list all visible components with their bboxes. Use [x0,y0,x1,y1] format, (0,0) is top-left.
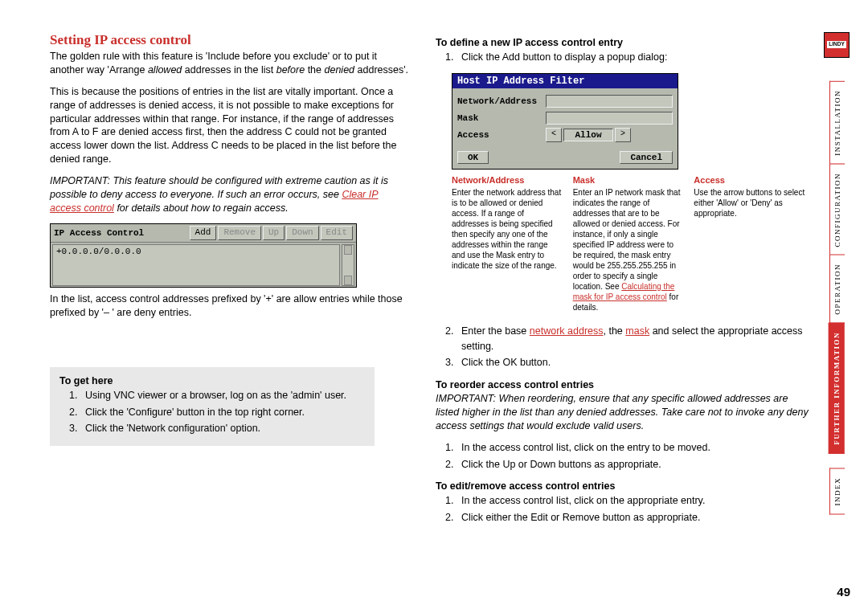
brand-logo: LINDY [824,32,850,58]
step-item: Click either the Edit or Remove button a… [457,510,813,525]
desc-text: Use the arrow buttons to select either '… [694,187,805,219]
brand-text: LINDY [827,41,846,48]
ip-access-control-panel: IP Access Control Add Remove Up Down Edi… [50,223,357,288]
define-entry-heading: To define a new IP access control entry [436,37,813,48]
mask-label: Mask [457,113,546,123]
dialog-title: Host IP Address Filter [452,74,678,88]
get-here-box: To get here Using VNC viewer or a browse… [50,367,375,445]
nav-configuration[interactable]: CONFIGURATION [829,164,845,256]
reorder-steps: In the access control list, click on the… [436,440,813,472]
desc-text: Enter the network address that is to be … [452,187,563,271]
nav-rail: LINDY INSTALLATION CONFIGURATION OPERATI… [826,32,847,514]
step-item: Using VNC viewer or a browser, log on as… [80,388,365,403]
network-address-label: Network/Address [457,96,546,106]
add-button[interactable]: Add [190,226,217,240]
nav-index[interactable]: INDEX [829,468,845,515]
nav-operation[interactable]: OPERATION [829,255,845,324]
step-item: In the access control list, click on the… [457,493,813,509]
intro-paragraph: The golden rule with this feature is 'In… [50,50,411,77]
step-item: Click the Up or Down buttons as appropri… [457,457,813,472]
explanation-paragraph: This is because the positions of entries… [50,85,411,166]
desc-title: Network/Address [452,174,563,186]
text: for details about how to regain access. [114,202,289,214]
remove-button[interactable]: Remove [218,226,261,240]
access-desc: Access Use the arrow buttons to select e… [694,174,805,312]
text: addresses'. [354,64,408,76]
text: Enter an IP network mask that indicates … [573,188,681,291]
desc-title: Access [694,174,805,186]
network-address-desc: Network/Address Enter the network addres… [452,174,563,312]
nav-installation[interactable]: INSTALLATION [829,81,845,165]
page-number: 49 [837,585,850,599]
step-item: Enter the base network address, the mask… [457,324,813,355]
step-item: Click the OK button. [457,355,813,370]
text: , the [604,325,626,337]
listbox-title: IP Access Control [54,228,188,238]
section-title: Setting IP access control [50,32,411,48]
step-item: Click the 'Configure' button in the top … [80,405,365,420]
field-descriptions: Network/Address Enter the network addres… [452,174,805,312]
text-italic: before [276,64,305,76]
text-italic: denied [325,64,355,76]
network-address-input[interactable] [546,95,673,108]
text: IMPORTANT: This feature should be config… [50,175,388,200]
mask-desc: Mask Enter an IP network mask that indic… [573,174,685,312]
step-item: Click the 'Network configuration' option… [80,421,365,436]
right-column: To define a new IP access control entry … [428,32,813,533]
text: the [305,64,324,76]
ok-button[interactable]: OK [457,151,489,164]
text: addresses in the list [182,64,276,76]
desc-title: Mask [573,174,685,186]
up-button[interactable]: Up [263,226,285,240]
get-here-steps: Using VNC viewer or a browser, log on as… [59,388,365,436]
mask-input[interactable] [546,112,673,125]
edit-button[interactable]: Edit [321,226,353,240]
mask-link[interactable]: mask [625,325,649,337]
step-item: Click the Add button to display a popup … [457,50,813,65]
access-value: Allow [563,129,613,141]
text-italic: allowed [148,64,182,76]
down-button[interactable]: Down [286,226,318,240]
reorder-heading: To reorder access control entries [436,379,813,390]
listbox-header: IP Access Control Add Remove Up Down Edi… [51,224,356,243]
cancel-button[interactable]: Cancel [620,151,673,164]
list-entry[interactable]: +0.0.0.0/0.0.0.0 [56,247,336,256]
text: Enter the base [461,325,530,337]
arrow-left-icon[interactable]: < [546,128,562,142]
define-steps-cont: Enter the base network address, the mask… [436,324,813,371]
get-here-title: To get here [59,375,365,386]
access-label: Access [457,130,546,140]
step-item: In the access control list, click on the… [457,440,813,456]
edit-remove-heading: To edit/remove access control entries [436,480,813,492]
nav-further-information[interactable]: FURTHER INFORMATION [829,323,845,454]
define-steps: Click the Add button to display a popup … [436,50,813,65]
arrow-right-icon[interactable]: > [615,128,631,142]
access-selector: < Allow > [546,128,631,142]
host-ip-filter-dialog: Host IP Address Filter Network/Address M… [452,73,678,170]
edit-remove-steps: In the access control list, click on the… [436,493,813,525]
desc-text: Enter an IP network mask that indicates … [573,187,685,313]
scrollbar[interactable] [342,244,354,286]
left-column: Setting IP access control The golden rul… [50,32,428,533]
reorder-note: IMPORTANT: When reordering, ensure that … [436,392,813,433]
listbox-content[interactable]: +0.0.0.0/0.0.0.0 [52,244,340,286]
important-note: IMPORTANT: This feature should be config… [50,174,411,215]
network-address-link[interactable]: network address [530,325,604,337]
prefix-explanation: In the list, access control addresses pr… [50,292,411,320]
